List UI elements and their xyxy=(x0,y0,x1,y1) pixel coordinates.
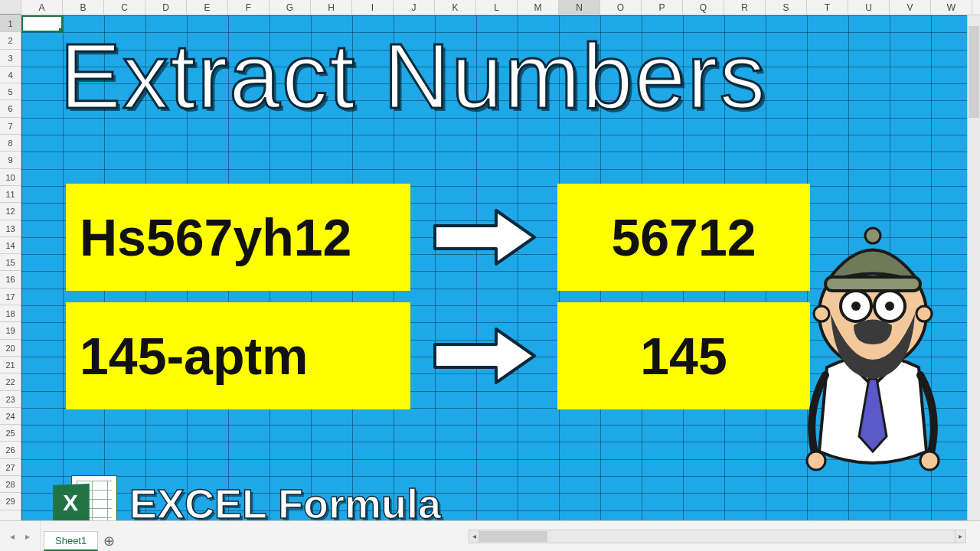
vertical-scroll-thumb[interactable] xyxy=(969,26,979,118)
sheet-tab-bar: ◂ ▸ Sheet1 ⊕ ◂ ▸ xyxy=(0,520,980,551)
row-header[interactable]: 29 xyxy=(0,493,21,510)
column-header[interactable]: V xyxy=(890,0,931,15)
column-header[interactable]: I xyxy=(352,0,394,15)
row-header-column: 1234567891011121314151617181920212223242… xyxy=(0,15,21,520)
arrow-icon xyxy=(420,318,550,394)
svg-point-7 xyxy=(885,302,894,311)
example-output-1: 56712 xyxy=(557,184,810,291)
row-header[interactable]: 27 xyxy=(0,459,21,476)
row-header[interactable]: 12 xyxy=(0,203,21,220)
row-header[interactable]: 20 xyxy=(0,340,21,357)
column-header[interactable]: R xyxy=(724,0,766,15)
column-header[interactable]: M xyxy=(518,0,559,15)
row-header[interactable]: 2 xyxy=(0,32,21,49)
svg-point-1 xyxy=(920,452,939,470)
column-header[interactable]: L xyxy=(476,0,518,15)
row-header[interactable]: 10 xyxy=(0,169,21,186)
arrow-icon xyxy=(420,199,550,276)
row-header[interactable]: 16 xyxy=(0,271,21,288)
row-header[interactable]: 19 xyxy=(0,322,21,339)
column-header[interactable]: T xyxy=(807,0,848,15)
scroll-right-icon[interactable]: ▸ xyxy=(955,530,965,543)
column-header[interactable]: H xyxy=(311,0,352,15)
column-header[interactable]: E xyxy=(187,0,228,15)
example-input-2: 145-aptm xyxy=(66,302,410,409)
row-header[interactable]: 26 xyxy=(0,442,21,458)
column-header-row: ABCDEFGHIJKLMNOPQRSTUVW xyxy=(0,0,980,15)
horizontal-scroll-thumb[interactable] xyxy=(479,531,547,542)
row-header[interactable]: 17 xyxy=(0,289,21,305)
row-header[interactable]: 4 xyxy=(0,67,21,83)
cells-area[interactable]: Extract Numbers Hs567yh12 56712 145-aptm… xyxy=(21,15,980,520)
row-header[interactable]: 8 xyxy=(0,135,21,152)
svg-point-6 xyxy=(851,302,861,311)
horizontal-scrollbar[interactable]: ◂ ▸ xyxy=(469,530,966,543)
select-all-corner[interactable] xyxy=(0,0,21,15)
svg-point-9 xyxy=(865,228,880,243)
column-header[interactable]: B xyxy=(63,0,104,15)
row-header[interactable]: 25 xyxy=(0,425,21,442)
column-header[interactable]: P xyxy=(642,0,683,15)
row-header[interactable]: 15 xyxy=(0,254,21,271)
mascot-character-icon xyxy=(796,222,949,474)
sheet-nav-next-icon[interactable]: ▸ xyxy=(21,530,34,543)
column-header[interactable]: N xyxy=(559,0,600,15)
row-header[interactable]: 6 xyxy=(0,100,21,117)
row-header[interactable]: 24 xyxy=(0,408,21,425)
column-header[interactable]: O xyxy=(600,0,642,15)
svg-point-0 xyxy=(807,452,825,470)
row-header[interactable]: 22 xyxy=(0,373,21,390)
row-header[interactable]: 3 xyxy=(0,50,21,67)
row-header[interactable]: 14 xyxy=(0,237,21,254)
row-header[interactable]: 13 xyxy=(0,220,21,237)
svg-point-11 xyxy=(916,306,932,321)
column-header[interactable]: S xyxy=(766,0,807,15)
row-header[interactable]: 28 xyxy=(0,476,21,493)
column-header[interactable]: F xyxy=(228,0,270,15)
row-header[interactable]: 7 xyxy=(0,118,21,135)
row-header[interactable]: 11 xyxy=(0,186,21,203)
sheet-nav-controls: ◂ ▸ xyxy=(0,521,41,551)
row-header[interactable]: 21 xyxy=(0,357,21,373)
example-output-2: 145 xyxy=(557,302,810,409)
column-header[interactable]: G xyxy=(270,0,311,15)
column-header[interactable]: J xyxy=(394,0,435,15)
example-input-1: Hs567yh12 xyxy=(66,184,410,291)
column-header[interactable]: Q xyxy=(683,0,724,15)
spreadsheet-grid[interactable]: 1234567891011121314151617181920212223242… xyxy=(0,15,980,520)
column-header[interactable]: A xyxy=(21,0,63,15)
column-header[interactable]: U xyxy=(848,0,890,15)
column-header[interactable]: D xyxy=(145,0,187,15)
row-header[interactable]: 5 xyxy=(0,83,21,100)
vertical-scrollbar[interactable] xyxy=(967,15,980,520)
column-header[interactable]: K xyxy=(435,0,476,15)
add-sheet-button[interactable]: ⊕ xyxy=(98,531,119,551)
overlay-title: Extract Numbers xyxy=(60,23,767,129)
svg-rect-8 xyxy=(825,277,920,291)
svg-point-10 xyxy=(814,306,829,321)
row-header[interactable]: 9 xyxy=(0,152,21,168)
row-header[interactable]: 1 xyxy=(0,15,21,32)
active-cell-outline xyxy=(21,15,63,32)
sheet-nav-prev-icon[interactable]: ◂ xyxy=(6,530,18,543)
column-header[interactable]: W xyxy=(931,0,972,15)
sheet-tab-active[interactable]: Sheet1 xyxy=(44,531,98,551)
row-header[interactable]: 18 xyxy=(0,305,21,322)
row-header[interactable]: 23 xyxy=(0,391,21,408)
column-header[interactable]: C xyxy=(104,0,145,15)
